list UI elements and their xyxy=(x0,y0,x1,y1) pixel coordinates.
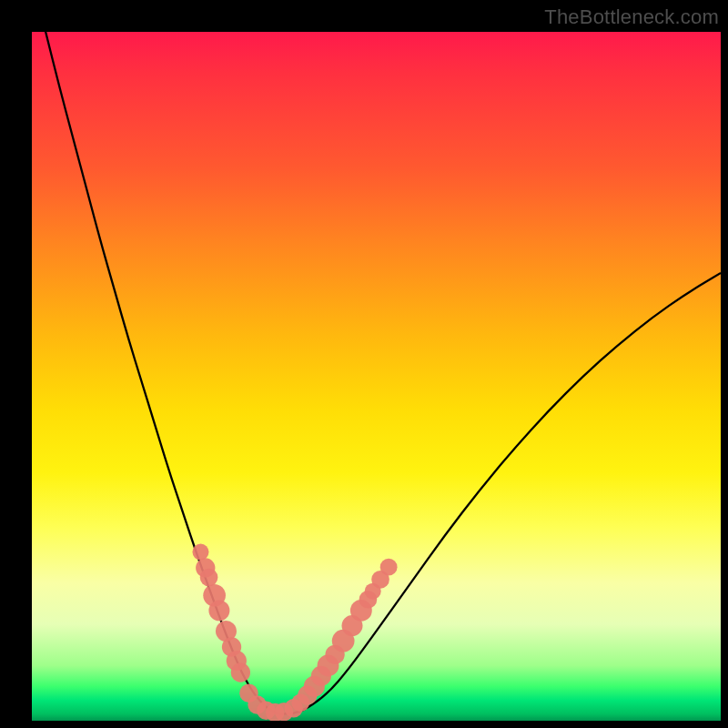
curve-markers xyxy=(192,544,397,721)
curve-marker xyxy=(200,569,218,587)
curve-marker xyxy=(208,600,229,621)
curve-marker xyxy=(380,559,398,576)
bottleneck-curve xyxy=(32,32,721,713)
curve-marker xyxy=(192,544,208,561)
plot-area xyxy=(32,32,721,721)
chart-frame: TheBottleneck.com xyxy=(0,0,728,728)
watermark-text: TheBottleneck.com xyxy=(544,5,719,29)
curve-svg xyxy=(32,32,721,721)
curve-marker xyxy=(231,662,250,682)
